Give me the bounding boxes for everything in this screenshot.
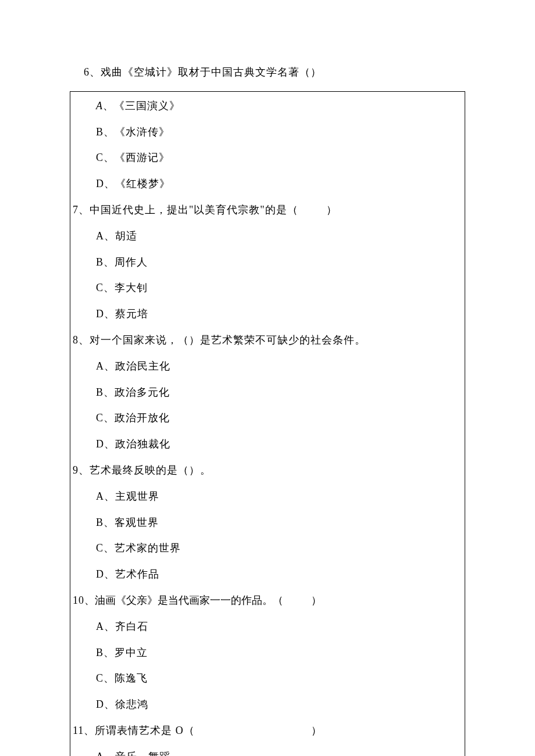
option-text: 齐白石 [115, 621, 148, 632]
option-text: 政治开放化 [115, 412, 170, 424]
option-sep: 、 [104, 256, 115, 268]
question-10-stem: 10、油画《父亲》是当代画家一一的作品。（） [70, 587, 465, 614]
option-letter: C [96, 152, 104, 163]
option-sep: 、 [104, 698, 115, 710]
question-number: 11 [73, 725, 84, 736]
question-9-stem: 9、艺术最终反映的是（）。 [70, 457, 465, 483]
option-sep: 、 [104, 282, 115, 293]
question-10-option-b: B、罗中立 [70, 640, 465, 666]
option-sep: 、 [104, 438, 115, 450]
option-sep: 、 [104, 751, 115, 756]
option-sep: 、 [104, 360, 115, 372]
question-7-option-b: B、周作人 [70, 249, 465, 275]
question-7-option-a: A、胡适 [70, 223, 465, 249]
option-letter: B [96, 126, 104, 138]
option-sep: 、 [103, 100, 114, 112]
question-8-option-d: D、政治独裁化 [70, 431, 465, 457]
option-letter: D [96, 698, 104, 710]
option-text: 蔡元培 [115, 308, 148, 320]
question-6-option-b: B、《水浒传》 [70, 119, 465, 145]
question-number: 8 [73, 334, 79, 346]
question-11-stem: 11、所谓表情艺术是 O（） [70, 718, 465, 744]
question-8-option-b: B、政治多元化 [70, 379, 465, 406]
option-letter: B [96, 256, 104, 268]
option-letter: D [96, 308, 104, 320]
question-6-option-d: D、《红楼梦》 [70, 171, 465, 197]
option-sep: 、 [104, 178, 115, 189]
option-text: 李大钊 [115, 282, 148, 293]
option-text: 艺术家的世界 [115, 542, 181, 554]
option-letter: A [96, 230, 104, 242]
option-text: 罗中立 [115, 647, 148, 658]
option-text: 胡适 [115, 230, 137, 242]
option-letter: B [96, 517, 104, 528]
option-letter: B [96, 386, 104, 398]
option-text: 周作人 [115, 256, 148, 268]
question-7-option-d: D、蔡元培 [70, 301, 465, 327]
option-letter: A [96, 360, 104, 372]
option-text: 政治多元化 [115, 386, 170, 398]
question-10-option-d: D、徐悲鸿 [70, 691, 465, 718]
question-number: 7 [73, 204, 79, 216]
question-stem-text: 、戏曲《空城计》取材于中国古典文学名著（） [90, 66, 322, 78]
question-6-option-a: A、《三国演义》 [70, 92, 465, 119]
question-7-stem: 7、中国近代史上，提出"以美育代宗教"的是（） [70, 197, 465, 223]
option-text: 音乐、舞蹈 [115, 751, 170, 756]
question-stem-text: 、中国近代史上，提出"以美育代宗教"的是（ [79, 204, 298, 216]
option-letter: A [96, 621, 104, 632]
option-letter: D [96, 568, 104, 580]
option-letter: D [96, 178, 104, 189]
question-9-option-d: D、艺术作品 [70, 561, 465, 587]
option-sep: 、 [104, 647, 115, 658]
option-text: 《三国演义》 [114, 100, 180, 112]
question-stem-text: 、艺术最终反映的是（）。 [79, 464, 211, 476]
option-letter: C [96, 672, 104, 684]
option-letter: D [96, 438, 104, 450]
option-sep: 、 [104, 621, 115, 632]
option-sep: 、 [104, 672, 115, 684]
question-number: 6 [84, 66, 90, 78]
option-letter: A [96, 100, 103, 112]
question-stem-suffix: ） [311, 594, 322, 606]
bordered-question-block: A、《三国演义》 B、《水浒传》 C、《西游记》 D、《红楼梦》 7、中国近代史… [70, 91, 465, 756]
question-6-option-c: C、《西游记》 [70, 145, 465, 171]
question-number: 9 [73, 464, 79, 476]
question-8-option-a: A、政治民主化 [70, 353, 465, 379]
option-sep: 、 [104, 126, 115, 138]
option-sep: 、 [104, 386, 115, 398]
option-letter: A [96, 490, 104, 502]
option-letter: B [96, 647, 104, 658]
option-sep: 、 [104, 542, 115, 554]
question-number: 10 [73, 594, 84, 606]
document-page: 6、戏曲《空城计》取材于中国古典文学名著（） A、《三国演义》 B、《水浒传》 … [0, 0, 535, 756]
option-sep: 、 [104, 517, 115, 528]
question-6-outer: 6、戏曲《空城计》取材于中国古典文学名著（） [70, 64, 465, 81]
option-text: 《红楼梦》 [115, 178, 170, 189]
question-10-option-c: C、陈逸飞 [70, 665, 465, 691]
option-text: 主观世界 [115, 490, 159, 502]
question-stem-suffix: ） [326, 204, 337, 216]
question-9-option-c: C、艺术家的世界 [70, 535, 465, 561]
option-text: 徐悲鸿 [115, 698, 148, 710]
question-stem-text: 、油画《父亲》是当代画家一一的作品。（ [84, 594, 283, 606]
question-9-option-b: B、客观世界 [70, 510, 465, 536]
option-sep: 、 [104, 490, 115, 502]
option-letter: C [96, 282, 104, 293]
question-7-option-c: C、李大钊 [70, 275, 465, 301]
question-stem-text: 、所谓表情艺术是 O（ [84, 725, 195, 736]
option-sep: 、 [104, 308, 115, 320]
question-stem-suffix: ） [311, 725, 322, 736]
option-text: 陈逸飞 [115, 672, 148, 684]
option-text: 政治独裁化 [115, 438, 170, 450]
question-8-option-c: C、政治开放化 [70, 405, 465, 431]
option-text: 客观世界 [115, 517, 159, 528]
option-letter: C [96, 412, 104, 424]
option-letter: C [96, 542, 104, 554]
question-9-option-a: A、主观世界 [70, 483, 465, 510]
question-stem-text: 、对一个国家来说，（）是艺术繁荣不可缺少的社会条件。 [79, 334, 366, 346]
question-6-stem: 6、戏曲《空城计》取材于中国古典文学名著（） [70, 64, 465, 81]
option-sep: 、 [104, 230, 115, 242]
question-10-option-a: A、齐白石 [70, 614, 465, 640]
option-letter: A [96, 751, 104, 756]
option-sep: 、 [104, 412, 115, 424]
